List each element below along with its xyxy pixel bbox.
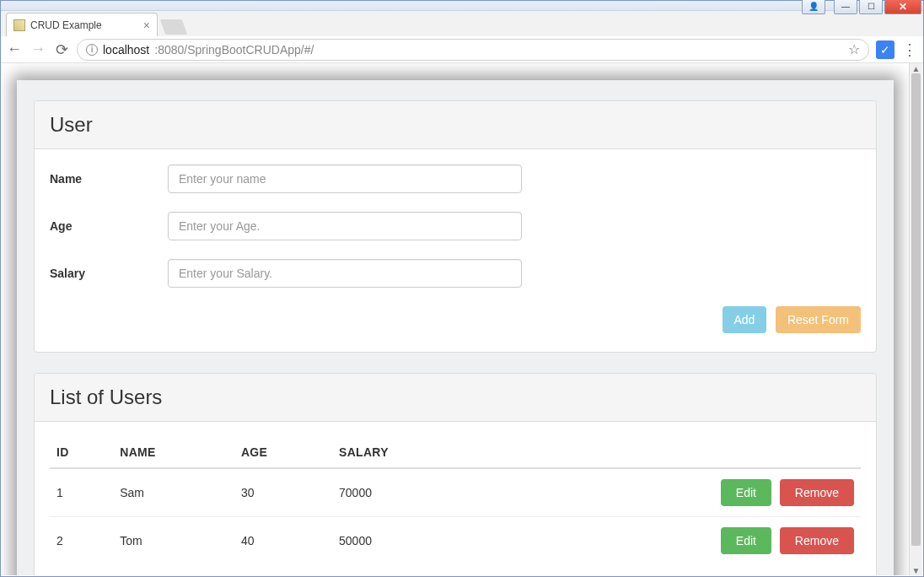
remove-button[interactable]: Remove [780, 527, 854, 554]
cell-actions: Edit Remove [487, 517, 861, 565]
address-bar-row: ← → ⟳ i localhost:8080/SpringBootCRUDApp… [1, 36, 923, 63]
cell-id: 1 [50, 468, 113, 517]
viewport: User Name Age Salary [2, 63, 922, 575]
edit-button[interactable]: Edit [721, 527, 771, 554]
maximize-icon: ☐ [868, 2, 875, 11]
user-list-title: List of Users [35, 374, 876, 422]
browser-chrome: CRUD Example × ← → ⟳ i localhost:8080/Sp… [1, 11, 923, 63]
form-row-salary: Salary [50, 259, 861, 288]
os-maximize-button[interactable]: ☐ [859, 0, 883, 14]
col-actions [487, 437, 861, 468]
form-actions: Add Reset Form [50, 306, 861, 333]
table-row: 1 Sam 30 70000 Edit Remove [50, 468, 861, 517]
add-button[interactable]: Add [723, 306, 767, 333]
page: User Name Age Salary [2, 63, 909, 575]
remove-button[interactable]: Remove [780, 479, 854, 506]
os-window-controls: 👤 — ☐ ✕ [802, 0, 921, 16]
tab-strip: CRUD Example × [1, 11, 923, 36]
os-close-button[interactable]: ✕ [884, 0, 921, 14]
user-list-panel: List of Users ID NAME AGE SALARY [34, 373, 877, 575]
os-minimize-button[interactable]: — [834, 0, 857, 14]
name-label: Name [50, 172, 168, 186]
extension-icon[interactable]: ✓ [876, 40, 894, 59]
users-table: ID NAME AGE SALARY 1 [50, 437, 861, 564]
browser-tab[interactable]: CRUD Example × [6, 13, 158, 36]
cell-name: Tom [113, 517, 234, 565]
bookmark-icon[interactable]: ☆ [848, 41, 860, 57]
user-list-body: ID NAME AGE SALARY 1 [35, 422, 876, 575]
col-salary: SALARY [332, 437, 487, 468]
col-age: AGE [234, 437, 332, 468]
minimize-icon: — [841, 2, 850, 11]
cell-age: 40 [234, 517, 332, 565]
new-tab-button[interactable] [160, 19, 188, 35]
form-row-age: Age [50, 212, 861, 240]
reload-button[interactable]: ⟳ [53, 40, 70, 59]
scroll-up-icon[interactable]: ▲ [910, 63, 922, 73]
site-info-icon[interactable]: i [86, 44, 98, 56]
user-form-panel: User Name Age Salary [34, 100, 877, 353]
tab-close-icon[interactable]: × [143, 19, 150, 32]
age-label: Age [50, 219, 168, 233]
url-path: :8080/SpringBootCRUDApp/#/ [154, 43, 314, 57]
os-window: 👤 — ☐ ✕ CRUD Example × ← → ⟳ [0, 0, 924, 577]
user-form-body: Name Age Salary [35, 149, 876, 352]
scrollbar[interactable]: ▲ ▼ [909, 63, 922, 575]
salary-label: Salary [50, 267, 168, 280]
scroll-down-icon[interactable]: ▼ [910, 565, 922, 575]
edit-button[interactable]: Edit [721, 479, 771, 506]
table-row: 2 Tom 40 50000 Edit Remove [50, 517, 861, 565]
os-user-button[interactable]: 👤 [802, 0, 825, 14]
col-id: ID [50, 437, 113, 468]
col-name: NAME [113, 437, 234, 468]
url-input[interactable]: i localhost:8080/SpringBootCRUDApp/#/ ☆ [77, 39, 869, 61]
reset-form-button[interactable]: Reset Form [776, 306, 861, 333]
cell-name: Sam [113, 468, 234, 517]
age-input[interactable] [168, 212, 522, 240]
browser-menu-button[interactable]: ⋮ [901, 40, 918, 59]
forward-button[interactable]: → [30, 40, 46, 58]
back-button[interactable]: ← [6, 40, 23, 58]
cell-id: 2 [50, 517, 113, 565]
url-host: localhost [103, 43, 149, 57]
cell-salary: 50000 [332, 517, 487, 565]
page-scroll[interactable]: User Name Age Salary [2, 63, 909, 575]
user-form-title: User [35, 101, 876, 149]
form-row-name: Name [50, 164, 861, 193]
salary-input[interactable] [168, 259, 522, 288]
tab-title: CRUD Example [30, 19, 102, 31]
table-header-row: ID NAME AGE SALARY [50, 437, 861, 468]
os-titlebar: 👤 — ☐ ✕ [1, 1, 923, 11]
cell-actions: Edit Remove [487, 468, 861, 517]
close-icon: ✕ [899, 1, 907, 13]
user-icon: 👤 [808, 2, 819, 11]
favicon-icon [13, 19, 25, 31]
content-frame: User Name Age Salary [17, 80, 894, 575]
scrollbar-thumb[interactable] [911, 73, 921, 546]
name-input[interactable] [168, 164, 522, 193]
cell-age: 30 [234, 468, 332, 517]
cell-salary: 70000 [332, 468, 487, 517]
